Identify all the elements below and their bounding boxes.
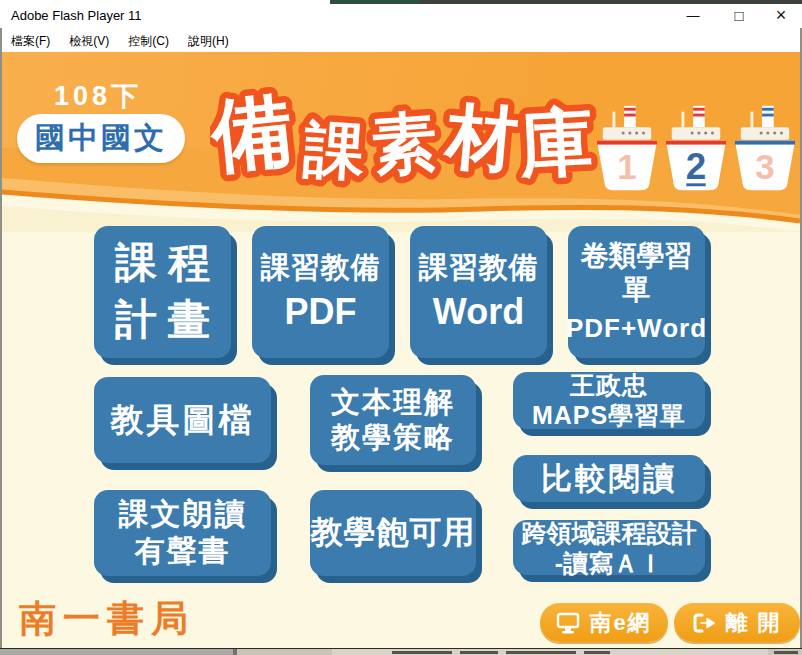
nan-e-net-label: 南e網 bbox=[589, 608, 651, 638]
exit-arrow-icon bbox=[692, 612, 716, 634]
background-window-sliver-bottom bbox=[0, 648, 802, 655]
window-title: Adobe Flash Player 11 bbox=[11, 8, 142, 23]
tile-label: 課程 bbox=[104, 235, 221, 292]
nan-e-net-button[interactable]: 南e網 bbox=[540, 603, 668, 642]
tile-label: 教學飽可用 bbox=[311, 513, 476, 552]
minimize-icon: — bbox=[687, 8, 700, 23]
background-window-sliver-top-green bbox=[330, 0, 420, 4]
tile-label: 課習教備 bbox=[261, 250, 381, 285]
exit-button[interactable]: 離 開 bbox=[674, 603, 800, 642]
tile-label: 教具圖檔 bbox=[111, 400, 255, 440]
tile-label: PDF+Word bbox=[566, 313, 707, 345]
page-boats: 1 2 bbox=[596, 88, 796, 238]
tile-label: 計畫 bbox=[104, 292, 221, 349]
boat-number-1: 1 bbox=[617, 147, 636, 186]
tile-label: -讀寫ＡＩ bbox=[555, 548, 663, 578]
tile-label: 卷類學習單 bbox=[568, 239, 705, 307]
subject-badge: 國中國文 bbox=[17, 114, 185, 163]
boat-page-3[interactable]: 3 bbox=[734, 88, 796, 238]
tile-materials-word[interactable]: 課習教備 Word bbox=[410, 226, 547, 358]
tile-label: 課文朗讀 bbox=[119, 496, 247, 533]
tile-label: Word bbox=[433, 290, 524, 334]
menu-help[interactable]: 說明(H) bbox=[188, 33, 229, 50]
tile-audio-book[interactable]: 課文朗讀 有聲書 bbox=[94, 490, 271, 576]
boat-page-1[interactable]: 1 bbox=[596, 88, 658, 238]
tile-label: PDF bbox=[285, 290, 357, 334]
title-char-4: 材 bbox=[440, 95, 521, 180]
title-bar: Adobe Flash Player 11 — □ × bbox=[0, 0, 802, 30]
tile-teaching-images[interactable]: 教具圖檔 bbox=[94, 377, 271, 463]
subject-label: 國中國文 bbox=[35, 118, 167, 159]
tile-label: 跨領域課程設計 bbox=[522, 518, 697, 548]
exit-label: 離 開 bbox=[725, 608, 781, 638]
publisher-logo: 南一書局 bbox=[19, 594, 195, 644]
title-char-5: 庫 bbox=[517, 100, 595, 185]
tile-worksheets[interactable]: 卷類學習單 PDF+Word bbox=[568, 226, 705, 358]
boat-number-3: 3 bbox=[755, 147, 774, 186]
tile-teaching-pack[interactable]: 教學飽可用 bbox=[310, 490, 476, 576]
menu-file[interactable]: 檔案(F) bbox=[11, 33, 50, 50]
boat-page-2-active[interactable]: 2 bbox=[665, 88, 727, 238]
tile-label: 有聲書 bbox=[135, 533, 231, 570]
tile-cross-domain-ai[interactable]: 跨領域課程設計 -讀寫ＡＩ bbox=[513, 520, 705, 575]
tile-compare-reading[interactable]: 比較閱讀 bbox=[513, 455, 705, 502]
menu-bar: 檔案(F) 檢視(V) 控制(C) 說明(H) bbox=[2, 30, 800, 52]
tile-label: 課習教備 bbox=[419, 250, 539, 285]
title-char-2: 課 bbox=[301, 115, 368, 187]
main-title: 備 課 素 材 庫 bbox=[210, 56, 608, 196]
active-page-underline bbox=[686, 183, 705, 186]
tile-label: 王政忠 bbox=[570, 371, 648, 401]
title-char-1: 備 bbox=[210, 84, 297, 181]
title-char-3: 素 bbox=[369, 105, 439, 182]
close-icon: × bbox=[776, 5, 787, 26]
boat-number-2: 2 bbox=[686, 146, 706, 187]
monitor-icon bbox=[556, 612, 580, 634]
tile-label: 教學策略 bbox=[331, 420, 455, 455]
menu-control[interactable]: 控制(C) bbox=[128, 33, 169, 50]
menu-view[interactable]: 檢視(V) bbox=[69, 33, 109, 50]
semester-label: 108下 bbox=[54, 78, 142, 114]
tile-materials-pdf[interactable]: 課習教備 PDF bbox=[252, 226, 389, 358]
tile-label: 文本理解 bbox=[331, 385, 455, 420]
tile-maps-worksheet[interactable]: 王政忠 MAPS學習單 bbox=[513, 372, 705, 429]
close-button[interactable]: × bbox=[764, 2, 798, 28]
maximize-icon: □ bbox=[734, 7, 743, 24]
tile-label: 比較閱讀 bbox=[541, 460, 677, 498]
tile-text-comprehension[interactable]: 文本理解 教學策略 bbox=[310, 375, 476, 465]
flash-stage: 108下 國中國文 備 課 素 材 庫 bbox=[2, 52, 800, 648]
tile-label: MAPS學習單 bbox=[532, 401, 686, 431]
tile-course-plan[interactable]: 課程 計畫 bbox=[94, 226, 231, 358]
window-border-left bbox=[0, 28, 2, 648]
flash-player-window: Adobe Flash Player 11 — □ × 檔案(F) 檢視(V) … bbox=[0, 0, 802, 655]
minimize-button[interactable]: — bbox=[676, 2, 710, 28]
maximize-button[interactable]: □ bbox=[722, 2, 756, 28]
